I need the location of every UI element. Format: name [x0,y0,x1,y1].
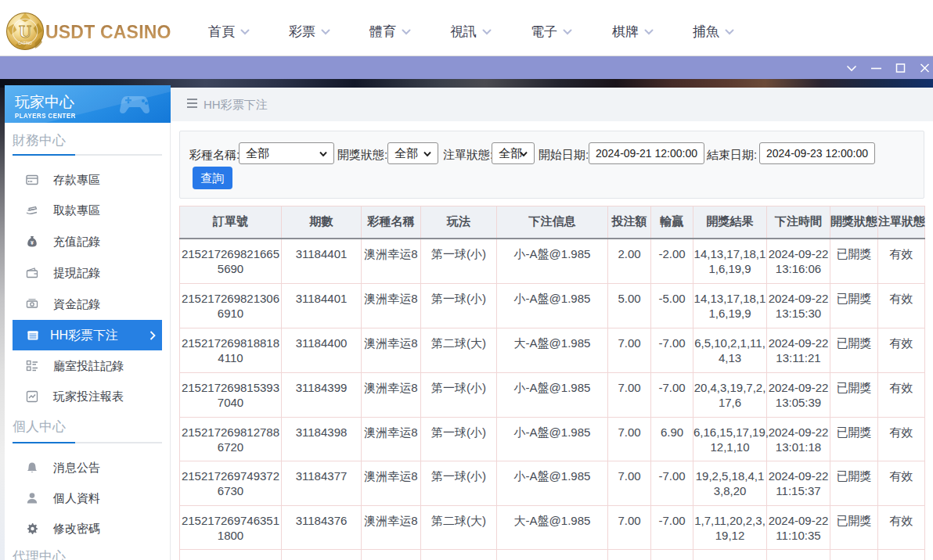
svg-text:¥: ¥ [31,240,34,246]
svg-text:U: U [19,22,31,41]
svg-text:CASINO: CASINO [18,41,32,45]
